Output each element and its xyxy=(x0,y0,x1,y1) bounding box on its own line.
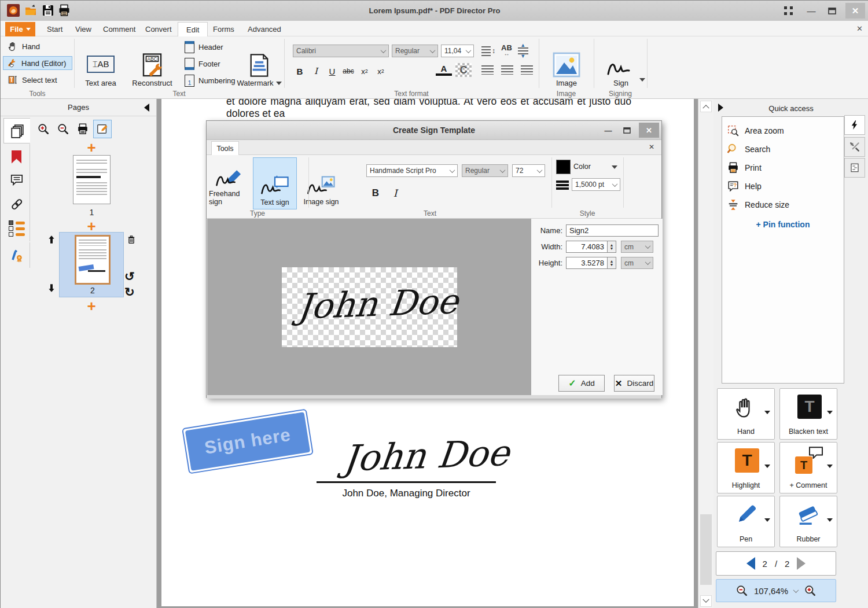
dialog-minimize-button[interactable]: — xyxy=(600,123,616,138)
line-width-select[interactable]: 1,5000 pt xyxy=(572,178,620,191)
chevron-down-icon[interactable] xyxy=(639,78,645,82)
page-thumbnail-2-selection[interactable]: 2 xyxy=(59,232,124,297)
add-page-button[interactable]: + xyxy=(86,300,97,312)
width-input[interactable]: 7.4083 xyxy=(566,241,608,253)
bold-button[interactable]: B xyxy=(292,64,308,78)
add-button[interactable]: ✓ Add xyxy=(558,375,605,392)
ribbon-text-area-button[interactable]: ⌶AB Text area xyxy=(82,41,120,87)
tool-pen[interactable]: Pen xyxy=(717,496,775,547)
next-page-icon[interactable] xyxy=(797,557,806,570)
height-stepper[interactable]: ▲▼ xyxy=(608,257,616,269)
align-left-icon[interactable] xyxy=(481,65,494,75)
tab-start[interactable]: Start xyxy=(39,22,71,36)
ribbon-close-icon[interactable]: ✕ xyxy=(856,24,863,33)
strikethrough-button[interactable]: abc xyxy=(340,64,356,78)
image-sign-button[interactable]: Image sign xyxy=(300,159,342,208)
scrollbar-thumb[interactable] xyxy=(700,514,712,585)
height-unit-select[interactable]: cm xyxy=(621,257,653,269)
rotate-left-icon[interactable]: ↺ xyxy=(124,270,135,283)
delete-page-icon[interactable] xyxy=(126,234,137,245)
line-spacing-icon[interactable]: ↕ xyxy=(481,43,495,58)
chevron-down-icon[interactable] xyxy=(612,165,617,169)
align-right-icon[interactable] xyxy=(521,65,533,75)
ribbon-reconstruct-button[interactable]: ABC Reconstruct xyxy=(129,40,175,87)
ribbon-image-button[interactable]: Image xyxy=(548,40,585,87)
fullscreen-button[interactable] xyxy=(778,3,798,19)
chevron-down-icon[interactable] xyxy=(764,465,770,468)
page-thumbnail-2[interactable] xyxy=(75,235,111,285)
quick-access-print[interactable]: Print xyxy=(727,159,837,177)
tool-rubber[interactable]: Rubber xyxy=(779,496,837,547)
sidebar-tab-fields[interactable] xyxy=(3,216,30,241)
dialog-title-bar[interactable]: Create Sign Template — ✕ xyxy=(207,121,661,140)
width-stepper[interactable]: ▲▼ xyxy=(608,241,616,253)
name-input[interactable]: Sign2 xyxy=(566,224,659,237)
page-thumbnail-1[interactable] xyxy=(73,155,111,204)
sign-italic-button[interactable]: I xyxy=(387,186,403,200)
document-scrollbar[interactable] xyxy=(698,99,713,608)
tab-edit[interactable]: Edit xyxy=(178,22,208,36)
ribbon-watermark-button[interactable]: Watermark xyxy=(237,40,282,87)
tab-forms[interactable]: Forms xyxy=(205,22,242,36)
quick-access-search[interactable]: Search xyxy=(727,140,837,159)
ribbon-footer-button[interactable]: Footer xyxy=(181,57,224,71)
sidebar-tab-comments[interactable] xyxy=(3,167,30,193)
add-page-button[interactable]: + xyxy=(86,220,97,232)
subscript-button[interactable]: x2 xyxy=(356,64,373,78)
chevron-down-icon[interactable] xyxy=(827,465,833,468)
ribbon-hand-editor-button[interactable]: Hand (Editor) xyxy=(3,56,72,70)
sign-bold-button[interactable]: B xyxy=(367,186,384,200)
underline-button[interactable]: U xyxy=(324,64,340,78)
tool-blacken-text[interactable]: T Blacken text xyxy=(779,388,837,440)
ribbon-header-button[interactable]: Header xyxy=(181,40,227,54)
discard-button[interactable]: ✕ Discard xyxy=(614,375,654,392)
font-family-select[interactable]: Calibri xyxy=(293,45,389,57)
sign-font-select[interactable]: Handmade Script Pro xyxy=(366,164,458,177)
ribbon-numbering-button[interactable]: 1 Numbering xyxy=(181,73,239,88)
vertical-spacing-icon[interactable]: ▲▼ xyxy=(518,43,528,58)
sidebar-tab-signatures[interactable] xyxy=(3,242,30,268)
clear-format-button[interactable]: C xyxy=(455,63,472,77)
quick-access-area-zoom[interactable]: Area zoom xyxy=(727,121,837,140)
dialog-maximize-button[interactable] xyxy=(619,123,635,138)
ribbon-hand-button[interactable]: Hand xyxy=(4,40,71,53)
font-size-select[interactable]: 11,04 xyxy=(441,45,474,57)
font-color-button[interactable]: A xyxy=(436,63,452,76)
italic-button[interactable]: I xyxy=(308,64,324,78)
maximize-button[interactable] xyxy=(822,3,842,19)
tab-convert[interactable]: Convert xyxy=(137,22,180,36)
ribbon-select-text-button[interactable]: Select text xyxy=(4,73,71,86)
text-sign-button[interactable]: Text sign xyxy=(253,157,297,209)
rotate-right-icon[interactable]: ↻ xyxy=(124,285,135,299)
previous-page-icon[interactable] xyxy=(746,557,755,570)
pin-function-link[interactable]: + Pin function xyxy=(722,220,844,229)
thumb-print-button[interactable] xyxy=(73,120,92,138)
tab-comment[interactable]: Comment xyxy=(95,22,144,36)
chevron-down-icon[interactable] xyxy=(827,411,833,414)
sign-color-swatch[interactable] xyxy=(556,160,571,174)
width-unit-select[interactable]: cm xyxy=(621,241,653,253)
sidebar-tab-bookmarks[interactable] xyxy=(3,144,30,169)
chevron-down-icon[interactable] xyxy=(793,587,799,593)
dialog-ribbon-close-icon[interactable]: ✕ xyxy=(649,143,654,151)
tab-advanced[interactable]: Advanced xyxy=(240,22,289,36)
superscript-button[interactable]: x2 xyxy=(373,64,389,78)
minimize-button[interactable]: — xyxy=(801,3,821,19)
sign-here-stamp[interactable]: Sign here xyxy=(182,408,314,474)
quick-access-reduce-size[interactable]: Reduce size xyxy=(727,196,837,214)
ribbon-sign-button[interactable]: Sign xyxy=(602,42,639,87)
move-page-down-icon[interactable] xyxy=(47,283,56,293)
align-center-icon[interactable] xyxy=(501,65,513,75)
tool-hand[interactable]: Hand xyxy=(717,388,775,440)
chevron-down-icon[interactable] xyxy=(827,518,833,522)
dialog-close-button[interactable]: ✕ xyxy=(639,123,659,138)
quick-access-help[interactable]: ? Help xyxy=(727,177,837,196)
chevron-down-icon[interactable] xyxy=(764,518,770,522)
move-page-up-icon[interactable] xyxy=(47,234,56,245)
tool-add-comment[interactable]: T + Comment xyxy=(779,442,837,493)
height-input[interactable]: 3.5278 xyxy=(566,257,608,269)
tab-file[interactable]: File xyxy=(5,22,35,36)
sidebar-tab-links[interactable] xyxy=(3,191,30,217)
sign-font-size-select[interactable]: 72 xyxy=(512,164,545,177)
thumb-zoom-in-button[interactable] xyxy=(34,120,53,138)
